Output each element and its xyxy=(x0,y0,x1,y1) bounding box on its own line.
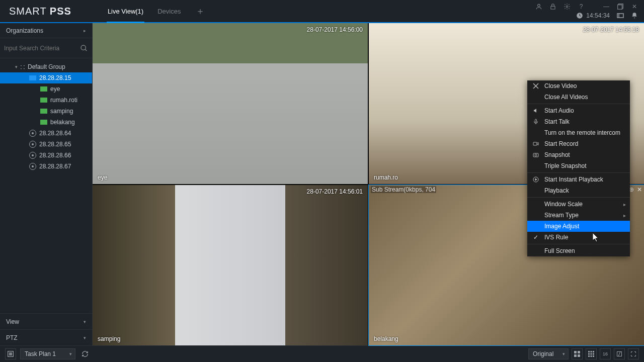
mic-icon xyxy=(532,119,539,125)
title-bar: SMART PSS Live View(1) Devices ＋ ? — ✕ 1… xyxy=(0,0,644,23)
bottom-bar: Task Plan 1 Original 16 xyxy=(0,345,644,362)
stream-info: Sub Stream(0kbps, 704 xyxy=(371,186,436,193)
video-grid: 28-07-2017 14:56:00 eye 28-07-2017 14:55… xyxy=(93,23,644,345)
resource-icon[interactable] xyxy=(617,12,624,19)
svg-rect-22 xyxy=(578,351,580,353)
video-tile-1[interactable]: 28-07-2017 14:56:00 eye xyxy=(93,23,368,184)
cam-timestamp: 28-07-2017 14:56:01 xyxy=(307,188,363,195)
help-icon[interactable]: ? xyxy=(578,3,585,10)
menu-item[interactable]: Window Scale xyxy=(527,199,630,210)
tree-channel[interactable]: belakang xyxy=(0,117,92,128)
cam-icon xyxy=(532,152,539,158)
tree-nvr[interactable]: 28.28.28.67 xyxy=(0,161,92,172)
menu-item[interactable]: Start Audio xyxy=(527,105,630,116)
svg-rect-6 xyxy=(617,14,623,18)
menu-item[interactable]: Full Screen xyxy=(527,245,630,256)
fullscreen-button[interactable] xyxy=(628,348,639,359)
svg-rect-1 xyxy=(551,6,555,9)
task-plan-dropdown[interactable]: Task Plan 1 xyxy=(20,348,75,359)
svg-point-8 xyxy=(81,45,86,50)
menu-item[interactable]: Triple Snapshot xyxy=(527,160,630,171)
user-icon[interactable] xyxy=(535,3,542,10)
svg-rect-33 xyxy=(593,355,594,357)
menu-item[interactable]: Start Instant Playback xyxy=(527,174,630,185)
svg-rect-23 xyxy=(574,354,577,357)
cam-timestamp: 28-07-2017 14:56:00 xyxy=(307,26,363,33)
tab-devices[interactable]: Devices xyxy=(156,1,182,22)
close-icon xyxy=(532,83,539,89)
tree-nvr[interactable]: 28.28.28.66 xyxy=(0,150,92,161)
svg-line-9 xyxy=(85,49,87,51)
gear-icon[interactable] xyxy=(564,3,571,10)
svg-point-0 xyxy=(538,4,540,7)
svg-point-2 xyxy=(566,6,568,8)
tree-nvr[interactable]: 28.28.28.64 xyxy=(0,128,92,139)
cam-label: rumah.ro xyxy=(374,174,398,181)
tree-group[interactable]: ▾⸬Default Group xyxy=(0,61,92,72)
svg-rect-12 xyxy=(535,119,537,122)
svg-rect-4 xyxy=(618,5,622,10)
menu-item[interactable]: Snapshot xyxy=(527,149,630,160)
svg-point-15 xyxy=(535,154,537,156)
add-tab-button[interactable]: ＋ xyxy=(194,5,207,17)
svg-rect-26 xyxy=(591,351,592,352)
svg-rect-21 xyxy=(574,351,577,353)
task-list-button[interactable] xyxy=(5,348,16,359)
search-row xyxy=(0,38,92,58)
maximize-icon[interactable] xyxy=(617,3,624,10)
svg-rect-32 xyxy=(591,355,592,357)
tree-channel[interactable]: eye xyxy=(0,83,92,95)
svg-rect-28 xyxy=(588,353,590,355)
bell-icon[interactable] xyxy=(631,12,638,19)
tree-nvr[interactable]: 28.28.28.65 xyxy=(0,139,92,150)
lock-icon[interactable] xyxy=(549,3,556,10)
search-icon[interactable] xyxy=(80,44,88,52)
layout-9-button[interactable] xyxy=(586,348,597,359)
ptz-section[interactable]: PTZ▾ xyxy=(0,329,92,345)
svg-rect-24 xyxy=(578,354,580,357)
tree-channel[interactable]: samping xyxy=(0,106,92,117)
view-section[interactable]: View▾ xyxy=(0,313,92,329)
tree-device[interactable]: 28.28.28.15 xyxy=(0,72,92,83)
menu-item[interactable]: Playback xyxy=(527,185,630,196)
audio-icon xyxy=(532,108,539,114)
edit-layout-button[interactable] xyxy=(614,348,625,359)
tab-live-view[interactable]: Live View(1) xyxy=(107,1,144,22)
cam-timestamp: 28-07-2017 14:55:18 xyxy=(583,26,639,33)
rec-icon xyxy=(532,141,539,147)
refresh-button[interactable] xyxy=(79,348,91,359)
context-menu: Close VideoClose All VideosStart AudioSt… xyxy=(527,80,630,256)
play-icon xyxy=(532,176,539,183)
tab-strip: Live View(1) Devices ＋ xyxy=(107,0,207,22)
layout-4-button[interactable] xyxy=(572,348,583,359)
minimize-icon[interactable]: — xyxy=(603,3,610,10)
svg-rect-29 xyxy=(591,353,592,355)
organizations-header[interactable]: Organizations▸ xyxy=(0,23,92,38)
tile-close-icon[interactable]: ✕ xyxy=(637,186,642,193)
menu-item[interactable]: Turn on the remote intercom xyxy=(527,127,630,138)
menu-item[interactable]: IVS Rule xyxy=(527,232,630,243)
search-input[interactable] xyxy=(4,45,80,52)
svg-rect-13 xyxy=(533,142,537,145)
menu-item[interactable]: Start Record xyxy=(527,138,630,149)
clock: 14:54:34 xyxy=(576,12,610,19)
svg-rect-25 xyxy=(588,351,590,352)
menu-item[interactable]: Image Adjust xyxy=(527,221,630,232)
tree-channel[interactable]: rumah.roti xyxy=(0,95,92,106)
svg-rect-30 xyxy=(593,353,594,355)
svg-rect-31 xyxy=(588,355,590,357)
clock-icon xyxy=(576,12,583,19)
layout-16-button[interactable]: 16 xyxy=(600,348,611,359)
close-icon[interactable]: ✕ xyxy=(631,3,638,10)
menu-item[interactable]: Stream Type xyxy=(527,210,630,221)
cam-label: eye xyxy=(98,174,107,181)
menu-item[interactable]: Start Talk xyxy=(527,116,630,127)
menu-item[interactable]: Close All Videos xyxy=(527,92,630,103)
cam-label: samping xyxy=(98,335,120,342)
cam-label: belakang xyxy=(374,335,398,342)
svg-rect-27 xyxy=(593,351,594,352)
menu-item[interactable]: Close Video xyxy=(527,80,630,92)
sidebar: Organizations▸ ▾⸬Default Group 28.28.28.… xyxy=(0,23,93,345)
video-tile-3[interactable]: 28-07-2017 14:56:01 samping xyxy=(93,185,368,346)
scale-dropdown[interactable]: Original xyxy=(528,348,569,359)
